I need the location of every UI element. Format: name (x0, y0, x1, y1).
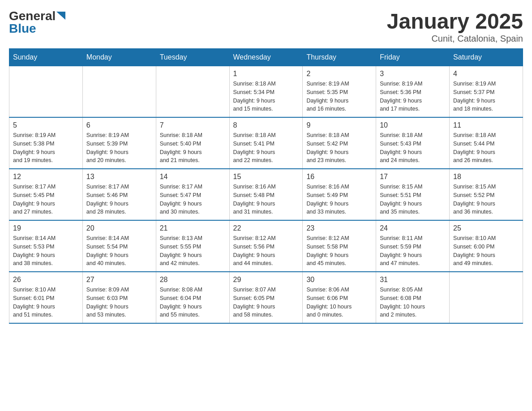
day-number: 22 (233, 224, 299, 232)
calendar-cell: 20Sunrise: 8:14 AM Sunset: 5:54 PM Dayli… (82, 220, 156, 272)
header-saturday: Saturday (450, 49, 523, 66)
calendar-cell: 4Sunrise: 8:19 AM Sunset: 5:37 PM Daylig… (450, 66, 523, 118)
day-number: 25 (453, 224, 519, 232)
header-wednesday: Wednesday (229, 49, 303, 66)
day-info: Sunrise: 8:10 AM Sunset: 6:00 PM Dayligh… (453, 234, 519, 268)
header-thursday: Thursday (303, 49, 376, 66)
day-number: 27 (86, 276, 152, 284)
calendar-week-2: 5Sunrise: 8:19 AM Sunset: 5:38 PM Daylig… (9, 117, 523, 169)
calendar-cell: 27Sunrise: 8:09 AM Sunset: 6:03 PM Dayli… (82, 272, 156, 323)
day-number: 7 (160, 121, 226, 129)
day-number: 12 (13, 173, 79, 181)
day-number: 29 (233, 276, 299, 284)
calendar-cell: 30Sunrise: 8:06 AM Sunset: 6:06 PM Dayli… (303, 272, 376, 323)
day-info: Sunrise: 8:07 AM Sunset: 6:05 PM Dayligh… (233, 286, 299, 319)
day-number: 31 (380, 276, 446, 284)
calendar-cell: 2Sunrise: 8:19 AM Sunset: 5:35 PM Daylig… (303, 66, 376, 118)
calendar-cell: 26Sunrise: 8:10 AM Sunset: 6:01 PM Dayli… (9, 272, 83, 323)
calendar-cell: 14Sunrise: 8:17 AM Sunset: 5:47 PM Dayli… (156, 169, 229, 220)
day-info: Sunrise: 8:09 AM Sunset: 6:03 PM Dayligh… (86, 286, 152, 319)
calendar-week-3: 12Sunrise: 8:17 AM Sunset: 5:45 PM Dayli… (9, 169, 523, 220)
header-monday: Monday (82, 49, 156, 66)
day-number: 13 (86, 173, 152, 181)
page-header: General Blue January 2025 Cunit, Catalon… (9, 9, 523, 44)
calendar-cell: 7Sunrise: 8:18 AM Sunset: 5:40 PM Daylig… (156, 117, 229, 169)
calendar-cell: 24Sunrise: 8:11 AM Sunset: 5:59 PM Dayli… (376, 220, 450, 272)
calendar-cell: 22Sunrise: 8:12 AM Sunset: 5:56 PM Dayli… (229, 220, 303, 272)
calendar-cell: 21Sunrise: 8:13 AM Sunset: 5:55 PM Dayli… (156, 220, 229, 272)
calendar-cell: 11Sunrise: 8:18 AM Sunset: 5:44 PM Dayli… (450, 117, 523, 169)
day-number: 11 (453, 121, 519, 129)
day-number: 4 (453, 70, 519, 78)
calendar-week-5: 26Sunrise: 8:10 AM Sunset: 6:01 PM Dayli… (9, 272, 523, 323)
day-info: Sunrise: 8:18 AM Sunset: 5:34 PM Dayligh… (233, 80, 299, 113)
calendar-cell: 5Sunrise: 8:19 AM Sunset: 5:38 PM Daylig… (9, 117, 83, 169)
day-info: Sunrise: 8:14 AM Sunset: 5:54 PM Dayligh… (86, 234, 152, 268)
calendar-header-row: SundayMondayTuesdayWednesdayThursdayFrid… (9, 49, 523, 66)
calendar-cell: 6Sunrise: 8:19 AM Sunset: 5:39 PM Daylig… (82, 117, 156, 169)
day-info: Sunrise: 8:08 AM Sunset: 6:04 PM Dayligh… (160, 286, 226, 319)
day-number: 17 (380, 173, 446, 181)
day-number: 10 (380, 121, 446, 129)
day-number: 8 (233, 121, 299, 129)
day-info: Sunrise: 8:17 AM Sunset: 5:45 PM Dayligh… (13, 183, 79, 216)
calendar-cell: 15Sunrise: 8:16 AM Sunset: 5:48 PM Dayli… (229, 169, 303, 220)
day-info: Sunrise: 8:16 AM Sunset: 5:48 PM Dayligh… (233, 183, 299, 216)
day-info: Sunrise: 8:06 AM Sunset: 6:06 PM Dayligh… (306, 286, 372, 319)
calendar-cell (156, 66, 229, 118)
day-number: 16 (306, 173, 372, 181)
calendar-cell (450, 272, 523, 323)
day-info: Sunrise: 8:19 AM Sunset: 5:36 PM Dayligh… (380, 80, 446, 113)
calendar-cell: 18Sunrise: 8:15 AM Sunset: 5:52 PM Dayli… (450, 169, 523, 220)
calendar-cell: 28Sunrise: 8:08 AM Sunset: 6:04 PM Dayli… (156, 272, 229, 323)
day-info: Sunrise: 8:12 AM Sunset: 5:56 PM Dayligh… (233, 234, 299, 268)
calendar-cell (9, 66, 83, 118)
calendar-cell: 12Sunrise: 8:17 AM Sunset: 5:45 PM Dayli… (9, 169, 83, 220)
day-number: 9 (306, 121, 372, 129)
day-info: Sunrise: 8:15 AM Sunset: 5:52 PM Dayligh… (453, 183, 519, 216)
page-title: January 2025 (387, 9, 523, 34)
calendar-table: SundayMondayTuesdayWednesdayThursdayFrid… (9, 48, 523, 324)
day-info: Sunrise: 8:18 AM Sunset: 5:40 PM Dayligh… (160, 131, 226, 165)
calendar-cell: 25Sunrise: 8:10 AM Sunset: 6:00 PM Dayli… (450, 220, 523, 272)
calendar-week-1: 1Sunrise: 8:18 AM Sunset: 5:34 PM Daylig… (9, 66, 523, 118)
calendar-cell: 3Sunrise: 8:19 AM Sunset: 5:36 PM Daylig… (376, 66, 450, 118)
day-info: Sunrise: 8:19 AM Sunset: 5:38 PM Dayligh… (13, 131, 79, 165)
calendar-cell: 23Sunrise: 8:12 AM Sunset: 5:58 PM Dayli… (303, 220, 376, 272)
day-info: Sunrise: 8:15 AM Sunset: 5:51 PM Dayligh… (380, 183, 446, 216)
day-info: Sunrise: 8:18 AM Sunset: 5:41 PM Dayligh… (233, 131, 299, 165)
day-info: Sunrise: 8:18 AM Sunset: 5:43 PM Dayligh… (380, 131, 446, 165)
calendar-cell (82, 66, 156, 118)
day-number: 2 (306, 70, 372, 78)
day-number: 19 (13, 224, 79, 232)
calendar-week-4: 19Sunrise: 8:14 AM Sunset: 5:53 PM Dayli… (9, 220, 523, 272)
calendar-cell: 31Sunrise: 8:05 AM Sunset: 6:08 PM Dayli… (376, 272, 450, 323)
day-number: 5 (13, 121, 79, 129)
day-info: Sunrise: 8:12 AM Sunset: 5:58 PM Dayligh… (306, 234, 372, 268)
day-info: Sunrise: 8:14 AM Sunset: 5:53 PM Dayligh… (13, 234, 79, 268)
day-number: 14 (160, 173, 226, 181)
day-info: Sunrise: 8:19 AM Sunset: 5:35 PM Dayligh… (306, 80, 372, 113)
calendar-cell: 10Sunrise: 8:18 AM Sunset: 5:43 PM Dayli… (376, 117, 450, 169)
day-info: Sunrise: 8:18 AM Sunset: 5:44 PM Dayligh… (453, 131, 519, 165)
header-friday: Friday (376, 49, 450, 66)
day-info: Sunrise: 8:10 AM Sunset: 6:01 PM Dayligh… (13, 286, 79, 319)
header-tuesday: Tuesday (156, 49, 229, 66)
page-subtitle: Cunit, Catalonia, Spain (387, 34, 523, 44)
day-info: Sunrise: 8:11 AM Sunset: 5:59 PM Dayligh… (380, 234, 446, 268)
day-number: 26 (13, 276, 79, 284)
day-number: 3 (380, 70, 446, 78)
calendar-cell: 1Sunrise: 8:18 AM Sunset: 5:34 PM Daylig… (229, 66, 303, 118)
day-info: Sunrise: 8:17 AM Sunset: 5:47 PM Dayligh… (160, 183, 226, 216)
day-info: Sunrise: 8:17 AM Sunset: 5:46 PM Dayligh… (86, 183, 152, 216)
day-number: 6 (86, 121, 152, 129)
logo-blue-text: Blue (9, 21, 36, 36)
calendar-cell: 13Sunrise: 8:17 AM Sunset: 5:46 PM Dayli… (82, 169, 156, 220)
calendar-cell: 29Sunrise: 8:07 AM Sunset: 6:05 PM Dayli… (229, 272, 303, 323)
logo: General Blue (9, 9, 65, 36)
day-number: 21 (160, 224, 226, 232)
title-area: January 2025 Cunit, Catalonia, Spain (387, 9, 523, 44)
day-info: Sunrise: 8:19 AM Sunset: 5:37 PM Dayligh… (453, 80, 519, 113)
day-info: Sunrise: 8:16 AM Sunset: 5:49 PM Dayligh… (306, 183, 372, 216)
day-number: 18 (453, 173, 519, 181)
